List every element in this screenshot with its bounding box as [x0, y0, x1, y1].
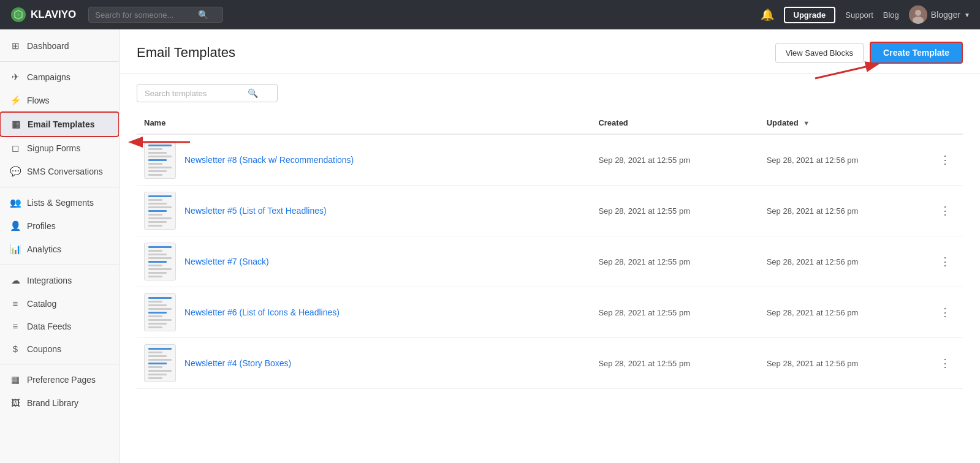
- sidebar-item-email-templates[interactable]: ▦ Email Templates: [0, 112, 119, 137]
- sidebar-item-data-feeds[interactable]: ≡ Data Feeds: [0, 315, 119, 337]
- data-feeds-icon: ≡: [10, 321, 21, 331]
- profiles-icon: 👤: [10, 220, 21, 232]
- user-menu[interactable]: Blogger ▼: [909, 6, 970, 24]
- notifications-icon[interactable]: 🔔: [761, 8, 774, 21]
- sidebar-item-campaigns[interactable]: ✈ Campaigns: [0, 66, 119, 89]
- name-cell-content: Newsletter #8 (Snack w/ Recommendations): [144, 141, 583, 179]
- created-date: Sep 28, 2021 at 12:55 pm: [591, 287, 759, 338]
- row-actions-cell: ⋮: [927, 134, 963, 186]
- template-thumbnail: [144, 293, 176, 331]
- header-actions: View Saved Blocks Create Template: [775, 42, 963, 64]
- more-actions-button[interactable]: ⋮: [935, 304, 955, 320]
- sidebar-item-signup-forms[interactable]: ◻ Signup Forms: [0, 137, 119, 160]
- logo-text: KLAVIYO: [31, 9, 76, 21]
- template-name-link[interactable]: Newsletter #7 (Snack): [184, 257, 269, 266]
- avatar: [909, 6, 927, 24]
- blog-link[interactable]: Blog: [883, 10, 899, 20]
- more-actions-button[interactable]: ⋮: [935, 254, 955, 269]
- sidebar-item-label: Integrations: [27, 276, 72, 285]
- sidebar-item-sms-conversations[interactable]: 💬 SMS Conversations: [0, 160, 119, 183]
- signup-forms-icon: ◻: [10, 143, 21, 154]
- search-box[interactable]: 🔍: [137, 84, 278, 102]
- campaigns-icon: ✈: [10, 72, 21, 83]
- row-actions-cell: ⋮: [927, 287, 963, 338]
- table-row: Newsletter #5 (List of Text Headlines)Se…: [137, 186, 963, 236]
- sidebar-item-label: Profiles: [27, 221, 56, 231]
- more-actions-button[interactable]: ⋮: [935, 152, 955, 168]
- main-layout: ⊞ Dashboard ✈ Campaigns ⚡ Flows ▦ Email …: [0, 29, 980, 463]
- templates-list: Newsletter #8 (Snack w/ Recommendations)…: [137, 134, 963, 389]
- user-name: Blogger: [931, 10, 960, 20]
- sidebar-item-preference-pages[interactable]: ▦ Preference Pages: [0, 368, 119, 391]
- dashboard-icon: ⊞: [10, 40, 21, 51]
- sidebar-item-label: Analytics: [27, 244, 61, 254]
- user-avatar-image: [909, 6, 927, 24]
- global-search-input[interactable]: [95, 10, 193, 20]
- name-cell: Newsletter #7 (Snack): [137, 236, 591, 287]
- template-thumbnail: [144, 141, 176, 179]
- search-area: 🔍: [120, 74, 980, 112]
- lists-segments-icon: 👥: [10, 197, 21, 208]
- name-cell-content: Newsletter #5 (List of Text Headlines): [144, 192, 583, 230]
- sidebar-item-analytics[interactable]: 📊 Analytics: [0, 238, 119, 261]
- sidebar-item-catalog[interactable]: ≡ Catalog: [0, 292, 119, 315]
- row-actions-cell: ⋮: [927, 186, 963, 236]
- template-name-link[interactable]: Newsletter #6 (List of Icons & Headlines…: [184, 307, 340, 317]
- template-name-link[interactable]: Newsletter #4 (Story Boxes): [184, 358, 291, 368]
- integrations-icon: ☁: [10, 275, 21, 286]
- sidebar-item-label: Dashboard: [27, 41, 69, 51]
- sidebar-item-brand-library[interactable]: 🖼 Brand Library: [0, 391, 119, 414]
- global-search[interactable]: 🔍: [88, 7, 223, 23]
- sidebar-item-flows[interactable]: ⚡ Flows: [0, 89, 119, 112]
- sidebar-item-label: Signup Forms: [27, 143, 80, 153]
- name-cell-content: Newsletter #6 (List of Icons & Headlines…: [144, 293, 583, 331]
- sidebar-item-integrations[interactable]: ☁ Integrations: [0, 269, 119, 292]
- created-date: Sep 28, 2021 at 12:55 pm: [591, 134, 759, 186]
- view-saved-blocks-button[interactable]: View Saved Blocks: [775, 43, 864, 63]
- created-date: Sep 28, 2021 at 12:55 pm: [591, 236, 759, 287]
- klaviyo-logo-icon: [10, 6, 27, 23]
- name-cell: Newsletter #6 (List of Icons & Headlines…: [137, 287, 591, 338]
- user-dropdown-icon: ▼: [964, 12, 970, 18]
- more-actions-button[interactable]: ⋮: [935, 203, 955, 219]
- sidebar-item-lists-segments[interactable]: 👥 Lists & Segments: [0, 191, 119, 214]
- created-date: Sep 28, 2021 at 12:55 pm: [591, 186, 759, 236]
- sidebar-item-dashboard[interactable]: ⊞ Dashboard: [0, 34, 119, 58]
- search-templates-input[interactable]: [145, 89, 243, 98]
- row-actions-cell: ⋮: [927, 338, 963, 389]
- table-row: Newsletter #4 (Story Boxes)Sep 28, 2021 …: [137, 338, 963, 389]
- name-cell: Newsletter #8 (Snack w/ Recommendations): [137, 134, 591, 186]
- sidebar-item-label: Email Templates: [28, 119, 94, 129]
- template-name-link[interactable]: Newsletter #5 (List of Text Headlines): [184, 206, 327, 216]
- sidebar: ⊞ Dashboard ✈ Campaigns ⚡ Flows ▦ Email …: [0, 29, 120, 463]
- sidebar-item-profiles[interactable]: 👤 Profiles: [0, 214, 119, 238]
- sort-icon: ▼: [803, 119, 810, 127]
- upgrade-button[interactable]: Upgrade: [784, 7, 836, 23]
- support-link[interactable]: Support: [845, 10, 873, 20]
- row-actions-cell: ⋮: [927, 236, 963, 287]
- template-name-link[interactable]: Newsletter #8 (Snack w/ Recommendations): [184, 155, 354, 165]
- sidebar-item-coupons[interactable]: $ Coupons: [0, 337, 119, 360]
- catalog-icon: ≡: [10, 298, 21, 309]
- sidebar-item-label: Preference Pages: [27, 375, 96, 385]
- sidebar-item-label: Coupons: [27, 344, 61, 354]
- flows-icon: ⚡: [10, 95, 21, 106]
- sidebar-item-label: Catalog: [27, 299, 56, 309]
- coupons-icon: $: [10, 344, 21, 354]
- sidebar-item-label: SMS Conversations: [27, 167, 103, 176]
- logo: KLAVIYO: [10, 6, 76, 23]
- templates-table: Name Created Updated ▼ Newsletter #8 (Sn…: [137, 112, 963, 389]
- more-actions-button[interactable]: ⋮: [935, 355, 955, 371]
- template-thumbnail: [144, 243, 176, 280]
- analytics-icon: 📊: [10, 244, 21, 255]
- email-templates-icon: ▦: [10, 119, 21, 130]
- template-thumbnail: [144, 344, 176, 382]
- sidebar-item-label: Brand Library: [27, 398, 78, 408]
- updated-date: Sep 28, 2021 at 12:56 pm: [759, 134, 927, 186]
- col-updated[interactable]: Updated ▼: [759, 112, 927, 134]
- name-cell-content: Newsletter #4 (Story Boxes): [144, 344, 583, 382]
- top-navigation: KLAVIYO 🔍 🔔 Upgrade Support Blog Blogger…: [0, 0, 980, 29]
- templates-table-container: Name Created Updated ▼ Newsletter #8 (Sn…: [120, 112, 980, 463]
- col-actions: [927, 112, 963, 134]
- create-template-button[interactable]: Create Template: [870, 42, 963, 64]
